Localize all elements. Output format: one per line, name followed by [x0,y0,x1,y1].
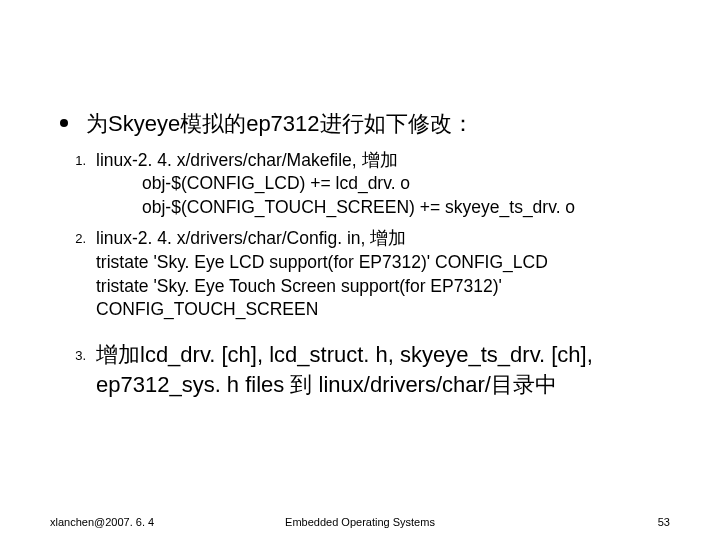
list-item-1: 1. linux-2. 4. x/drivers/char/Makefile, … [60,149,670,220]
item-number: 3. [60,340,86,363]
title-row: 为Skyeye模拟的ep7312进行如下修改： [60,110,670,139]
item-line: tristate 'Sky. Eye Touch Screen support(… [96,275,670,299]
item-body: linux-2. 4. x/drivers/char/Makefile, 增加 … [96,149,670,220]
list-item-2: 2. linux-2. 4. x/drivers/char/Config. in… [60,227,670,322]
slide: 为Skyeye模拟的ep7312进行如下修改： 1. linux-2. 4. x… [0,0,720,540]
item-number: 2. [60,227,86,246]
bullet-icon [60,119,68,127]
list-item-3: 3. 增加lcd_drv. [ch], lcd_struct. h, skyey… [60,340,670,399]
item-line: tristate 'Sky. Eye LCD support(for EP731… [96,251,670,275]
item-subline: obj-$(CONFIG_LCD) += lcd_drv. o [96,172,670,196]
item-line: linux-2. 4. x/drivers/char/Makefile, 增加 [96,149,670,173]
item-number: 1. [60,149,86,168]
item-line: CONFIG_TOUCH_SCREEN [96,298,670,322]
item-line: linux-2. 4. x/drivers/char/Config. in, 增… [96,227,670,251]
item-subline: obj-$(CONFIG_TOUCH_SCREEN) += skyeye_ts_… [96,196,670,220]
footer-page-number: 53 [658,516,670,528]
item-body: 增加lcd_drv. [ch], lcd_struct. h, skyeye_t… [96,340,670,399]
item-body: linux-2. 4. x/drivers/char/Config. in, 增… [96,227,670,322]
footer-title: Embedded Operating Systems [0,516,720,528]
slide-title: 为Skyeye模拟的ep7312进行如下修改： [86,110,474,139]
